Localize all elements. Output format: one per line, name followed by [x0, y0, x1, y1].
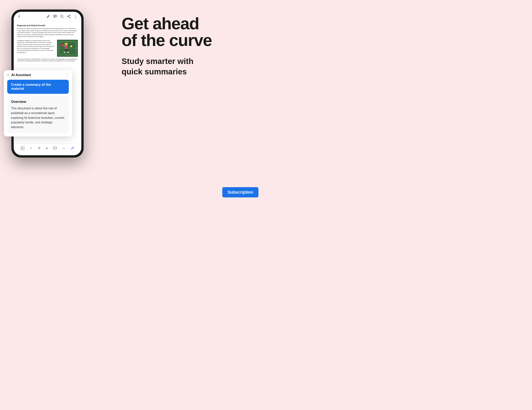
phone-topbar: ⋮: [14, 12, 81, 21]
doc-two-col: A significant catalyst for the sport's g…: [17, 40, 78, 57]
svg-rect-13: [65, 46, 67, 49]
ai-header-left: × AI Assistant: [7, 73, 31, 77]
doc-col-text: A significant catalyst for the sport's g…: [17, 40, 56, 57]
back-icon[interactable]: [18, 15, 21, 19]
svg-point-6: [69, 17, 70, 18]
rect-icon[interactable]: [53, 146, 57, 150]
phone-bottom-toolbar: A ✓ ✕ • —: [16, 143, 79, 153]
headline: Get ahead of the curve: [122, 15, 251, 49]
svg-rect-22: [53, 147, 57, 149]
doc-section-title: Regional and Global Growth: [17, 24, 78, 27]
doc-paragraph3: The professionalization of pickleball fu…: [17, 58, 78, 62]
check-icon[interactable]: ✓: [30, 146, 32, 150]
share-icon[interactable]: [67, 14, 71, 19]
svg-point-21: [70, 45, 72, 47]
ai-more-button[interactable]: ⋮: [65, 73, 69, 77]
svg-point-5: [67, 16, 68, 17]
overview-text: This document is about the rise of pickl…: [11, 106, 65, 130]
ai-panel: × AI Assistant ⋮ Create a summary of the…: [4, 70, 72, 137]
search-icon[interactable]: [60, 14, 64, 19]
topbar-icons-right: ⋮: [46, 14, 77, 19]
ai-close-button[interactable]: ×: [7, 73, 9, 77]
svg-point-4: [69, 15, 70, 16]
ai-panel-header: × AI Assistant ⋮: [4, 70, 72, 80]
highlight-icon[interactable]: [46, 14, 50, 19]
headline-line1: Get ahead: [122, 15, 251, 32]
dot-icon[interactable]: •: [46, 146, 48, 151]
right-panel: Get ahead of the curve Study smarter wit…: [122, 15, 251, 77]
more-icon[interactable]: ⋮: [74, 15, 77, 19]
dash-icon[interactable]: —: [62, 146, 65, 150]
create-summary-button[interactable]: Create a summary of the material: [7, 80, 69, 94]
doc-image: [57, 40, 78, 57]
overview-card: Overview This document is about the rise…: [7, 96, 69, 133]
subheadline-text: Study smarter withquick summaries: [122, 57, 193, 76]
headline-line2: of the curve: [122, 32, 251, 49]
ai-panel-title: AI Assistant: [11, 73, 31, 77]
subheadline: Study smarter withquick summaries: [122, 56, 251, 77]
comment-icon[interactable]: [53, 14, 57, 19]
cross-icon[interactable]: ✕: [38, 146, 40, 150]
subscription-badge[interactable]: Subscription: [222, 187, 258, 197]
svg-point-12: [64, 43, 68, 44]
svg-point-19: [64, 52, 66, 53]
overview-title: Overview: [11, 100, 65, 104]
svg-rect-0: [54, 15, 57, 17]
select-text-icon[interactable]: A: [21, 146, 24, 150]
doc-paragraph1: Examining the regional and global growth…: [17, 28, 78, 38]
svg-point-20: [67, 52, 69, 53]
pen-icon[interactable]: [71, 146, 74, 150]
